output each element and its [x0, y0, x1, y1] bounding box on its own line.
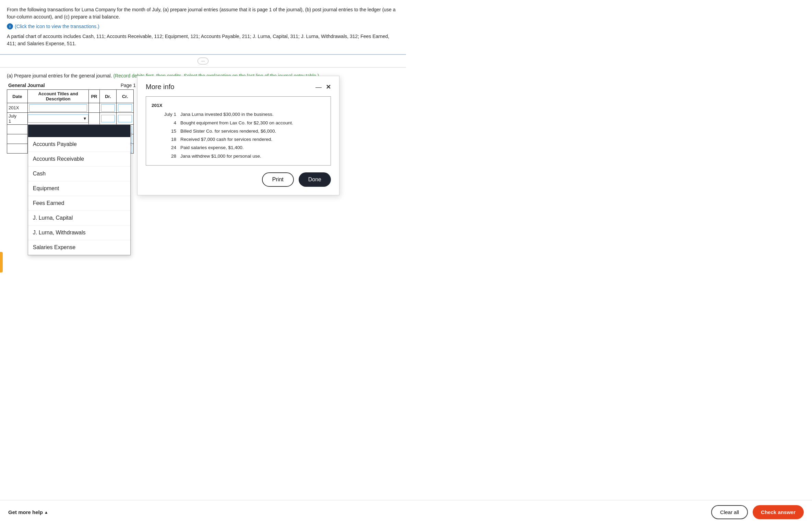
col-account: Account Titles and Description	[27, 90, 89, 103]
tx-desc-6: Jana withdrew $1,000 for personal use.	[180, 152, 325, 160]
more-info-footer: Print Done	[146, 172, 331, 187]
done-button[interactable]: Done	[299, 172, 331, 187]
dr-input-1[interactable]	[101, 104, 115, 112]
chart-text: A partial chart of accounts includes Cas…	[7, 33, 399, 47]
left-accent-bar	[0, 252, 3, 263]
dropdown-item-accounts-payable[interactable]: Accounts Payable	[28, 137, 130, 152]
tx-date-3: 15	[152, 127, 179, 135]
account-input-1[interactable]	[29, 104, 87, 112]
cr-input-2[interactable]	[118, 115, 132, 122]
transactions-year: 201X	[152, 101, 325, 110]
tx-date-4: 18	[152, 135, 179, 144]
tx-desc-2: Bought equipment from Lax Co. for $2,300…	[180, 119, 325, 127]
dropdown-overlay: Accounts Payable Accounts Receivable Cas…	[28, 124, 131, 255]
info-icon: i	[7, 23, 13, 29]
minimize-button[interactable]: —	[315, 84, 322, 90]
page-label: Page 1	[121, 83, 136, 88]
year-cell: 201X	[7, 103, 28, 113]
info-link[interactable]: i (Click the icon to view the transactio…	[7, 23, 399, 29]
journal-area: General Journal Page 1 Date Account Titl…	[7, 83, 399, 154]
top-section: From the following transactions for Lurn…	[0, 0, 406, 55]
table-row: July 1 ▼ Accounts P	[7, 113, 134, 125]
transaction-row-5: 24 Paid salaries expense, $1,400.	[152, 144, 325, 152]
transaction-row-1: July 1 Jana Lurna invested $30,000 in th…	[152, 110, 325, 119]
col-dr: Dr.	[99, 90, 117, 103]
print-button[interactable]: Print	[262, 172, 294, 187]
col-date: Date	[7, 90, 28, 103]
dr-cell-1[interactable]	[99, 103, 117, 113]
cr-cell-2[interactable]	[117, 113, 134, 125]
dropdown-item-salaries-expense[interactable]: Salaries Expense	[28, 240, 130, 255]
day-value: 1	[9, 119, 26, 124]
tx-desc-3: Billed Sister Co. for services rendered,…	[180, 127, 325, 135]
journal-table: Date Account Titles and Description PR D…	[7, 89, 134, 154]
more-info-panel: More info — ✕ 201X July 1 Jana Lurna inv…	[137, 76, 339, 195]
more-info-header: More info — ✕	[146, 83, 331, 91]
account-cell-1[interactable]	[27, 103, 89, 113]
table-row: 201X	[7, 103, 134, 113]
pr-cell-2	[89, 113, 99, 125]
cr-input-1[interactable]	[118, 104, 132, 112]
transactions-box: 201X July 1 Jana Lurna invested $30,000 …	[146, 96, 331, 166]
tx-date-2: 4	[152, 119, 179, 127]
transaction-row-3: 15 Billed Sister Co. for services render…	[152, 127, 325, 135]
tx-desc-5: Paid salaries expense, $1,400.	[180, 144, 325, 152]
tx-desc-4: Received $7,000 cash for services render…	[180, 135, 325, 144]
transaction-row-4: 18 Received $7,000 cash for services ren…	[152, 135, 325, 144]
dropdown-search-bar[interactable]	[28, 125, 130, 137]
journal-title: General Journal	[8, 83, 45, 88]
cr-cell-1[interactable]	[117, 103, 134, 113]
pr-cell-1	[89, 103, 99, 113]
tx-date-6: 28	[152, 152, 179, 160]
month-day-cell: July 1	[7, 113, 28, 125]
dropdown-item-j-lurna-withdrawals[interactable]: J. Lurna, Withdrawals	[28, 226, 130, 240]
journal-header: General Journal Page 1	[7, 83, 137, 88]
middle-section: (a) Prepare journal entries for the gene…	[0, 68, 406, 154]
transaction-row-6: 28 Jana withdrew $1,000 for personal use…	[152, 152, 325, 160]
divider-dots: ···	[198, 58, 208, 64]
divider: ···	[0, 55, 406, 68]
journal-container: General Journal Page 1 Date Account Titl…	[7, 83, 137, 154]
close-button[interactable]: ✕	[326, 84, 331, 90]
dropdown-item-accounts-receivable[interactable]: Accounts Receivable	[28, 152, 130, 167]
account-cell-2[interactable]: ▼ Accounts Payable Accounts Receivable C…	[27, 113, 89, 125]
dropdown-arrow-icon[interactable]: ▼	[82, 116, 88, 121]
dropdown-item-fees-earned[interactable]: Fees Earned	[28, 196, 130, 211]
month-value: July	[9, 113, 26, 119]
info-link-text: (Click the icon to view the transactions…	[15, 24, 99, 29]
tx-desc-1: Jana Lurna invested $30,000 in the busin…	[180, 110, 325, 119]
dropdown-item-j-lurna-capital[interactable]: J. Lurna, Capital	[28, 211, 130, 226]
dropdown-item-cash[interactable]: Cash	[28, 167, 130, 181]
tx-date-1: July 1	[152, 110, 179, 119]
more-info-title: More info	[146, 83, 174, 91]
col-pr: PR	[89, 90, 99, 103]
dropdown-item-equipment[interactable]: Equipment	[28, 181, 130, 196]
tx-date-5: 24	[152, 144, 179, 152]
instruction-main: (a) Prepare journal entries for the gene…	[7, 73, 112, 78]
col-cr: Cr.	[117, 90, 134, 103]
year-value: 201X	[9, 105, 19, 110]
problem-text: From the following transactions for Lurn…	[7, 6, 399, 21]
transaction-row-2: 4 Bought equipment from Lax Co. for $2,3…	[152, 119, 325, 127]
dr-cell-2[interactable]	[99, 113, 117, 125]
dr-input-2[interactable]	[101, 115, 115, 122]
more-info-controls: — ✕	[315, 84, 331, 90]
account-input-2[interactable]	[28, 115, 82, 122]
